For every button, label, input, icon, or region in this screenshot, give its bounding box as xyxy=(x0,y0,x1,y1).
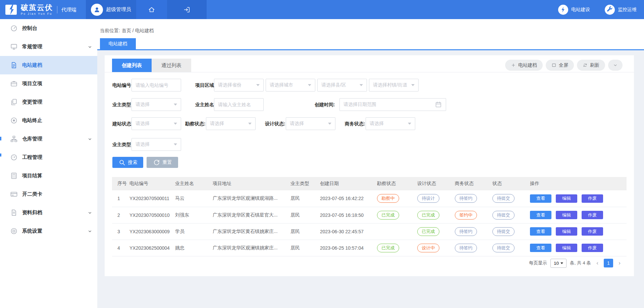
cell-project-address: 广东深圳龙华区观澜镇姚家庄... xyxy=(213,240,290,256)
refresh-button[interactable]: 刷新 xyxy=(577,60,605,71)
refresh-icon xyxy=(583,63,588,68)
collapse-button[interactable] xyxy=(608,60,623,71)
tab-pass-list[interactable]: 通过列表 xyxy=(152,59,191,72)
sitemap-icon xyxy=(10,135,18,143)
add-station-button[interactable]: 电站建档 xyxy=(505,60,543,71)
void-button[interactable]: 作废 xyxy=(582,194,603,203)
page-1-button[interactable]: 1 xyxy=(604,259,613,267)
sidebar-item-data-archive[interactable]: 资料归档 xyxy=(0,203,97,222)
nav-station-build[interactable]: 电站建设 xyxy=(558,5,590,15)
caret-down-icon xyxy=(411,84,415,86)
card-icon xyxy=(10,190,18,198)
portal-label: 代理端 xyxy=(57,6,76,13)
sidebar-item-project-settlement[interactable]: 项目结算 xyxy=(0,167,97,185)
void-button[interactable]: 作废 xyxy=(582,211,603,219)
plus-icon xyxy=(511,63,516,68)
page-tab-station-archive[interactable]: 电站建档 xyxy=(100,38,136,49)
sidebar-item-label: 电站建档 xyxy=(22,62,42,68)
view-button[interactable]: 查看 xyxy=(530,211,551,219)
sidebar-item-label: 开二类卡 xyxy=(22,191,42,197)
user-name: 超级管理员 xyxy=(106,6,131,13)
edit-button[interactable]: 编辑 xyxy=(556,244,577,252)
sidebar-item-label: 资料归档 xyxy=(22,209,42,216)
status-badge: 待提交 xyxy=(492,211,515,220)
app-header: 破茧云伏 Po Jian Yun Fu 代理端 超级管理员 电站建设 监控运维 xyxy=(0,0,644,19)
person-icon xyxy=(93,6,101,13)
sidebar-scroll-indicator xyxy=(0,153,1,157)
fullscreen-button[interactable]: 全屏 xyxy=(546,60,574,71)
status-badge: 设计中 xyxy=(417,244,439,252)
calculator-icon xyxy=(10,172,18,180)
region-select-3[interactable]: 请选择村镇/街道 xyxy=(369,79,419,91)
sidebar-item-console[interactable]: 控制台 xyxy=(0,19,97,38)
caret-down-icon xyxy=(174,123,177,125)
build-status-select[interactable]: 请选择 xyxy=(131,117,181,130)
home-button[interactable] xyxy=(136,0,167,19)
tab-create-list[interactable]: 创建列表 xyxy=(112,59,152,72)
void-button[interactable]: 作废 xyxy=(582,227,603,236)
design-status-select[interactable]: 请选择 xyxy=(286,117,335,130)
chevron-down-icon xyxy=(88,229,92,234)
cell-design-status: 设计中 xyxy=(417,240,455,256)
region-select-0[interactable]: 请选择省份 xyxy=(214,79,264,91)
cell-status-status: 待提交 xyxy=(492,190,530,207)
breadcrumb: 当前位置: 首页 / 电站建档 xyxy=(100,28,154,34)
brand-subtitle: Po Jian Yun Fu xyxy=(21,12,53,15)
logout-icon xyxy=(183,6,191,13)
view-button[interactable]: 查看 xyxy=(530,244,551,252)
cell-actions: 查看编辑作废 xyxy=(530,207,627,223)
sidebar-item-general-management[interactable]: 常规管理 xyxy=(0,38,97,56)
view-button[interactable]: 查看 xyxy=(530,227,551,236)
sidebar-item-second-class-card[interactable]: 开二类卡 xyxy=(0,185,97,203)
create-time-range-picker[interactable]: 请选择日期范围 xyxy=(339,98,446,111)
view-button[interactable]: 查看 xyxy=(530,194,551,203)
page-size-prefix: 每页显示 xyxy=(529,260,547,266)
table-row: 1YX2023070500011马云广东深圳龙华区观澜镇观湖路...居民2023… xyxy=(112,190,627,207)
home-icon xyxy=(148,6,155,13)
cell-design-status: 已完成 xyxy=(417,223,455,240)
search-button[interactable]: 搜索 xyxy=(112,157,143,168)
edit-button[interactable]: 编辑 xyxy=(556,227,577,236)
breadcrumb-path[interactable]: 首页 / 电站建档 xyxy=(122,28,154,34)
page-size-select[interactable]: 10 xyxy=(550,259,567,268)
reset-icon xyxy=(153,159,160,166)
owner-type-select[interactable]: 请选择 xyxy=(131,98,181,111)
current-user[interactable]: 超级管理员 xyxy=(86,0,136,19)
sidebar-item-project-initiation[interactable]: 项目立项 xyxy=(0,74,97,93)
list-tabs: 创建列表 通过列表 xyxy=(112,59,191,72)
build-status-label: 建站状态: xyxy=(112,117,133,130)
chevron-down-icon xyxy=(88,210,92,215)
logout-button[interactable] xyxy=(167,0,207,19)
prev-page-button[interactable]: ‹ xyxy=(594,258,600,268)
sidebar-item-system-settings[interactable]: 系统设置 xyxy=(0,222,97,240)
status-badge: 签约中 xyxy=(455,211,477,220)
region-select-2[interactable]: 请选择县/区 xyxy=(317,79,367,91)
reset-button[interactable]: 重置 xyxy=(147,157,178,168)
logout-icon xyxy=(183,6,191,13)
owner-type2-select[interactable]: 请选择 xyxy=(131,138,181,151)
owner-type-label: 业主类型: xyxy=(112,98,133,111)
caret-down-icon xyxy=(308,84,311,86)
station-no-input[interactable] xyxy=(131,79,181,91)
caret-down-icon xyxy=(256,84,260,86)
owner-name-input[interactable] xyxy=(214,98,264,111)
business-status-select[interactable]: 请选择 xyxy=(366,117,415,130)
survey-status-select[interactable]: 请选择 xyxy=(206,117,256,130)
next-page-button[interactable]: › xyxy=(616,258,623,268)
sidebar-item-warehouse-management[interactable]: 仓库管理 xyxy=(0,130,97,148)
content-card: 创建列表 通过列表 电站建档全屏刷新 电站编号: 项目区域: 请选择省份请选择城… xyxy=(105,55,634,276)
edit-button[interactable]: 编辑 xyxy=(556,194,577,203)
sidebar-item-station-archive[interactable]: 电站建档 xyxy=(0,56,97,74)
cell-status-status: 待提交 xyxy=(492,207,530,223)
briefcase-icon xyxy=(10,80,18,87)
edit-button[interactable]: 编辑 xyxy=(556,211,577,219)
table-header-row: 序号电站编号业主姓名项目地址业主类型创建日期勘察状态设计状态商务状态状态操作 xyxy=(112,177,627,190)
sidebar-item-engineering-management[interactable]: 工程管理 xyxy=(0,148,97,167)
wrench-icon xyxy=(605,5,615,15)
void-button[interactable]: 作废 xyxy=(582,244,603,252)
sidebar-item-change-management[interactable]: 变更管理 xyxy=(0,93,97,111)
nav-monitor-ops[interactable]: 监控运维 xyxy=(605,5,637,15)
sidebar-item-station-termination[interactable]: 电站终止 xyxy=(0,111,97,130)
region-select-1[interactable]: 请选择城市 xyxy=(266,79,315,91)
cell-station-code: YX2023062500004 xyxy=(129,240,175,256)
